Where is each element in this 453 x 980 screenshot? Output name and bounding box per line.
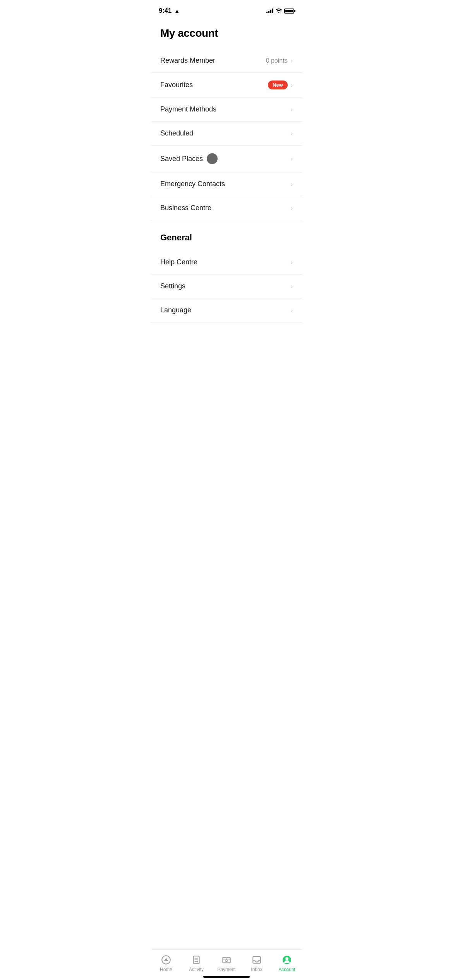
status-time: 9:41 xyxy=(159,7,172,14)
page-title: My account xyxy=(151,19,302,49)
favourites-label: Favourites xyxy=(160,81,193,89)
chevron-right-icon: › xyxy=(291,205,293,212)
favourites-item[interactable]: Favourites New › xyxy=(151,73,302,98)
rewards-member-label: Rewards Member xyxy=(160,57,215,65)
scheduled-item[interactable]: Scheduled › xyxy=(151,122,302,146)
language-label: Language xyxy=(160,306,191,314)
status-icons xyxy=(266,9,294,14)
chevron-right-icon: › xyxy=(291,283,293,290)
saved-places-label: Saved Places xyxy=(160,155,203,163)
chevron-right-icon: › xyxy=(291,82,293,89)
emergency-contacts-item[interactable]: Emergency Contacts › xyxy=(151,172,302,196)
rewards-member-value: 0 points xyxy=(266,57,288,64)
chevron-right-icon: › xyxy=(291,155,293,162)
payment-methods-item[interactable]: Payment Methods › xyxy=(151,98,302,122)
location-arrow-icon: ▲ xyxy=(174,8,180,14)
status-time-area: 9:41 ▲ xyxy=(159,7,180,15)
settings-item[interactable]: Settings › xyxy=(151,274,302,298)
chevron-right-icon: › xyxy=(291,57,293,64)
content-area: Rewards Member 0 points › Favourites New… xyxy=(151,49,302,361)
language-item[interactable]: Language › xyxy=(151,298,302,322)
saved-places-item[interactable]: Saved Places › xyxy=(151,146,302,172)
new-badge: New xyxy=(268,81,288,89)
saved-places-dot-icon xyxy=(207,153,218,164)
chevron-right-icon: › xyxy=(291,106,293,113)
chevron-right-icon: › xyxy=(291,130,293,137)
scheduled-label: Scheduled xyxy=(160,129,193,137)
help-centre-item[interactable]: Help Centre › xyxy=(151,250,302,274)
business-centre-label: Business Centre xyxy=(160,204,211,212)
help-centre-label: Help Centre xyxy=(160,258,197,266)
chevron-right-icon: › xyxy=(291,259,293,266)
wifi-icon xyxy=(276,9,282,13)
status-bar: 9:41 ▲ xyxy=(151,0,302,19)
settings-label: Settings xyxy=(160,282,185,290)
chevron-right-icon: › xyxy=(291,181,293,188)
emergency-contacts-label: Emergency Contacts xyxy=(160,180,225,188)
rewards-member-item[interactable]: Rewards Member 0 points › xyxy=(151,49,302,73)
business-centre-item[interactable]: Business Centre › xyxy=(151,196,302,220)
signal-icon xyxy=(266,9,273,13)
battery-icon xyxy=(284,9,294,14)
payment-methods-label: Payment Methods xyxy=(160,105,216,113)
general-section-header: General xyxy=(151,220,302,250)
chevron-right-icon: › xyxy=(291,307,293,314)
